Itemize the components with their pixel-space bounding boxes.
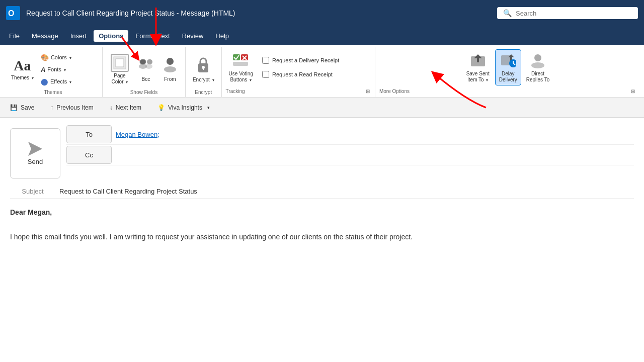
delivery-receipt-checkbox[interactable] — [262, 57, 269, 64]
encrypt-button[interactable]: Encrypt ▾ — [190, 51, 217, 87]
effects-label: Effects ▾ — [50, 78, 71, 84]
tracking-expand[interactable]: ⊞ — [365, 87, 371, 95]
themes-button[interactable]: Aa Themes ▾ — [8, 51, 37, 87]
send-icon — [28, 142, 42, 156]
body-greeting: Dear Megan, — [10, 208, 52, 216]
ribbon-group-themes: Aa Themes ▾ 🎨 Colors ▾ A Fonts ▾ — [4, 47, 103, 97]
viva-dropdown-icon: ▾ — [207, 105, 210, 110]
save-quick-button[interactable]: 💾 Save — [6, 102, 38, 113]
bcc-button[interactable]: Bcc — [135, 51, 157, 87]
window-title: Request to Call Client Regarding Project… — [26, 9, 491, 17]
to-cc-section: To Megan Bowen; Cc — [66, 124, 634, 183]
read-receipt-row: Request a Read Receipt — [260, 70, 371, 79]
search-box[interactable]: 🔍 — [497, 7, 638, 19]
ribbon-group-more-options: Save SentItem To ▾ — [375, 47, 640, 97]
ribbon-group-show-fields: PageColor ▾ Bc — [103, 47, 186, 97]
colors-icon: 🎨 — [41, 54, 49, 61]
prev-item-button[interactable]: ↑ Previous Item — [46, 102, 97, 113]
email-body: Dear Megan, I hope this email finds you … — [10, 199, 634, 252]
themes-group-label: Themes — [8, 88, 98, 97]
save-quick-label: Save — [21, 104, 34, 111]
ribbon-group-encrypt: Encrypt ▾ Encrypt — [186, 47, 222, 97]
subject-value: Request to Call Client Regarding Project… — [59, 188, 197, 195]
menu-bar: File Message Insert Options Format Text … — [0, 26, 644, 45]
next-label: Next Item — [116, 104, 141, 111]
send-button[interactable]: Send — [10, 128, 60, 178]
encrypt-label: Encrypt ▾ — [193, 77, 214, 83]
voting-buttons-button[interactable]: Use VotingButtons ▾ — [226, 49, 256, 85]
svg-rect-20 — [233, 62, 248, 66]
show-fields-group-label: Show Fields — [107, 88, 181, 97]
search-input[interactable] — [516, 10, 616, 17]
from-button[interactable]: From — [159, 51, 181, 87]
delivery-receipt-row: Request a Delivery Receipt — [260, 56, 371, 65]
menu-file[interactable]: File — [4, 30, 25, 42]
menu-options[interactable]: Options — [94, 30, 128, 42]
viva-insights-button[interactable]: 💡 Viva Insights ▾ — [153, 102, 214, 113]
menu-message[interactable]: Message — [27, 30, 63, 42]
ribbon-group-tracking: Use VotingButtons ▾ Request a Delivery R… — [222, 47, 375, 97]
cc-button[interactable]: Cc — [66, 146, 112, 164]
menu-format-text[interactable]: Format Text — [130, 30, 175, 42]
svg-point-26 — [534, 54, 541, 61]
save-sent-label: Save SentItem To ▾ — [466, 71, 490, 83]
viva-icon: 💡 — [157, 104, 165, 111]
subject-label: Subject — [10, 188, 55, 195]
svg-marker-31 — [28, 142, 42, 156]
colors-button[interactable]: 🎨 Colors ▾ — [38, 53, 98, 62]
delivery-receipt-label[interactable]: Request a Delivery Receipt — [272, 57, 339, 63]
fonts-icon: A — [41, 66, 45, 73]
svg-point-10 — [145, 64, 152, 69]
next-icon: ↓ — [110, 104, 113, 111]
prev-label: Previous Item — [56, 104, 93, 111]
page-color-button[interactable]: PageColor ▾ — [107, 51, 133, 87]
app-icon: O — [6, 6, 20, 20]
bcc-label: Bcc — [142, 76, 150, 82]
read-receipt-checkbox[interactable] — [262, 71, 269, 78]
svg-rect-15 — [203, 67, 204, 70]
tracking-group-label: Tracking — [226, 88, 245, 94]
svg-rect-3 — [116, 59, 124, 67]
svg-point-27 — [531, 62, 544, 68]
menu-review[interactable]: Review — [177, 30, 209, 42]
voting-buttons-label: Use VotingButtons ▾ — [229, 71, 253, 83]
themes-label: Themes ▾ — [11, 75, 34, 81]
effects-button[interactable]: ⬤ Effects ▾ — [38, 77, 98, 86]
viva-label: Viva Insights — [168, 104, 202, 111]
recipient-section: Send To Megan Bowen; Cc — [10, 124, 634, 183]
menu-help[interactable]: Help — [210, 30, 234, 42]
title-bar: O Request to Call Client Regarding Proje… — [0, 0, 644, 26]
encrypt-group-label: Encrypt — [190, 88, 217, 97]
menu-insert[interactable]: Insert — [65, 30, 92, 42]
to-button[interactable]: To — [66, 125, 112, 143]
compose-area: Send To Megan Bowen; Cc Subject Request … — [0, 118, 644, 362]
fonts-button[interactable]: A Fonts ▾ — [38, 65, 98, 74]
ribbon: Aa Themes ▾ 🎨 Colors ▾ A Fonts ▾ — [0, 45, 644, 98]
delay-delivery-button[interactable]: DelayDelivery — [495, 49, 521, 85]
read-receipt-label[interactable]: Request a Read Receipt — [272, 71, 333, 77]
quick-action-bar: 💾 Save ↑ Previous Item ↓ Next Item 💡 Viv… — [0, 98, 644, 118]
cc-row: Cc — [66, 145, 634, 165]
send-label: Send — [28, 158, 43, 165]
to-row: To Megan Bowen; — [66, 124, 634, 145]
subject-row: Subject Request to Call Client Regarding… — [10, 185, 634, 199]
direct-replies-button[interactable]: DirectReplies To — [523, 49, 553, 85]
next-item-button[interactable]: ↓ Next Item — [106, 102, 145, 113]
delay-delivery-label: DelayDelivery — [499, 71, 517, 83]
save-quick-icon: 💾 — [10, 104, 18, 111]
to-value[interactable]: Megan Bowen; — [116, 131, 159, 138]
search-icon: 🔍 — [503, 9, 512, 17]
body-text: I hope this email finds you well. I am w… — [10, 231, 634, 242]
svg-rect-9 — [147, 59, 152, 64]
svg-point-11 — [167, 58, 174, 65]
more-options-expand[interactable]: ⊞ — [630, 87, 636, 95]
effects-icon: ⬤ — [41, 78, 48, 85]
save-sent-button[interactable]: Save SentItem To ▾ — [463, 49, 493, 85]
direct-replies-label: DirectReplies To — [526, 71, 550, 83]
prev-icon: ↑ — [50, 104, 53, 111]
fonts-label: Fonts ▾ — [47, 66, 66, 72]
svg-text:O: O — [8, 9, 14, 18]
cc-input[interactable] — [116, 149, 634, 161]
svg-point-12 — [164, 66, 176, 72]
from-label: From — [164, 76, 176, 82]
